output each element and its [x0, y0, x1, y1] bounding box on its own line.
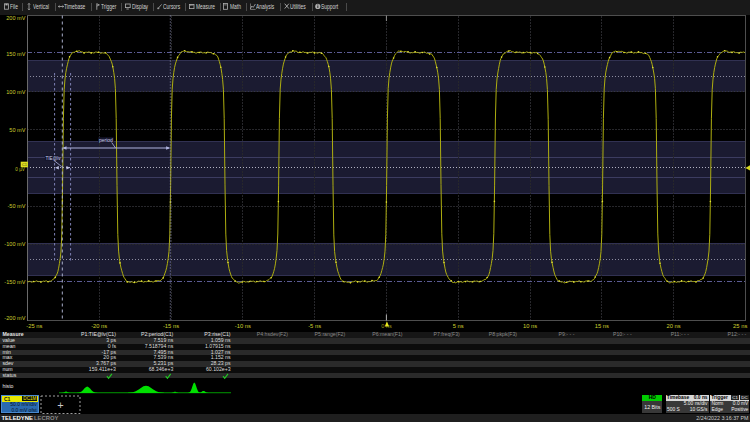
svg-text:+: +: [57, 398, 63, 410]
